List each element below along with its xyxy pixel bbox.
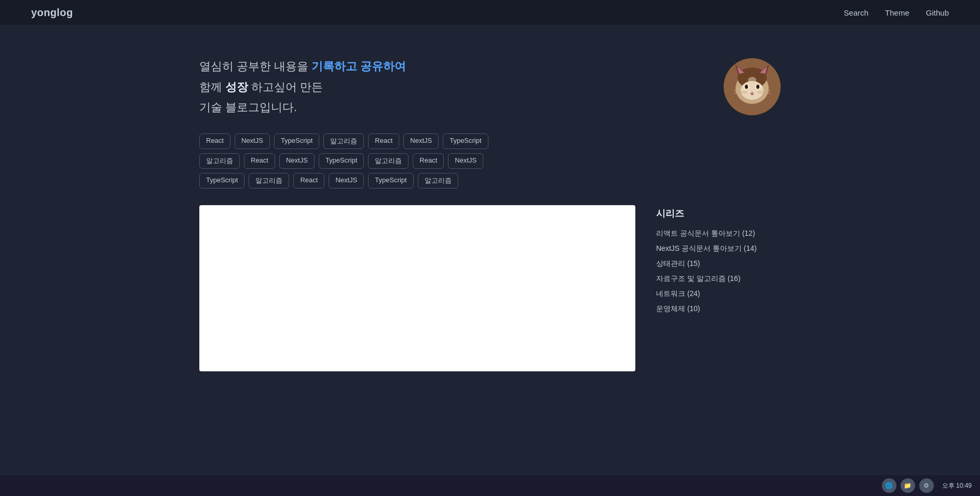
post-card (199, 205, 635, 371)
hero-section: 열심히 공부한 내용을 기록하고 공유하여 함께 성장 하고싶어 만든 기술 블… (0, 25, 980, 133)
tags-container: React NextJS TypeScript 알고리즘 React NextJ… (199, 133, 511, 189)
taskbar-icon-1[interactable]: 🌐 (882, 478, 896, 493)
hero-text: 열심히 공부한 내용을 기록하고 공유하여 함께 성장 하고싶어 만든 기술 블… (199, 56, 406, 118)
tag-nextjs-4[interactable]: NextJS (448, 153, 483, 169)
nav: Search Theme Github (844, 8, 949, 17)
svg-point-17 (748, 77, 756, 83)
taskbar-icon-3[interactable]: ⚙ (919, 478, 934, 493)
posts-area (199, 205, 635, 371)
series-item-2[interactable]: NextJS 공식문서 톺아보기 (14) (656, 243, 781, 254)
series-item-1[interactable]: 리액트 공식문서 톺아보기 (12) (656, 228, 781, 239)
series-item-3[interactable]: 상태관리 (15) (656, 258, 781, 269)
tag-react-5[interactable]: React (293, 173, 324, 189)
svg-point-10 (745, 85, 748, 89)
hero-text-highlight1: 기록하고 공유하여 (311, 60, 406, 73)
svg-point-11 (756, 85, 759, 89)
sidebar: 시리즈 리액트 공식문서 톺아보기 (12) NextJS 공식문서 톺아보기 … (656, 205, 781, 371)
series-item-4[interactable]: 자료구조 및 알고리즘 (16) (656, 273, 781, 284)
taskbar-time: 오후 10:49 (942, 481, 972, 490)
series-item-6[interactable]: 운영체제 (10) (656, 303, 781, 314)
hero-line2: 함께 성장 하고싶어 만든 (199, 77, 406, 98)
tag-typescript-5[interactable]: TypeScript (368, 173, 413, 189)
tag-typescript-3[interactable]: TypeScript (319, 153, 364, 169)
series-item-5[interactable]: 네트워크 (24) (656, 288, 781, 299)
taskbar-icons: 🌐 📁 ⚙ (882, 478, 934, 493)
tag-react-2[interactable]: React (368, 133, 399, 149)
tag-react-3[interactable]: React (244, 153, 275, 169)
sidebar-title: 시리즈 (656, 207, 781, 220)
tag-algo-2[interactable]: 알고리즘 (199, 153, 240, 169)
tag-typescript-2[interactable]: TypeScript (443, 133, 488, 149)
tag-algo-1[interactable]: 알고리즘 (323, 133, 364, 149)
tag-react-4[interactable]: React (413, 153, 444, 169)
taskbar-icon-2[interactable]: 📁 (901, 478, 915, 493)
header: yonglog Search Theme Github (0, 0, 980, 25)
hero-text-normal2: 함께 (199, 81, 225, 93)
nav-search[interactable]: Search (844, 8, 869, 17)
hero-text-normal1: 열심히 공부한 내용을 (199, 60, 311, 73)
avatar-image (724, 58, 781, 115)
tag-typescript-1[interactable]: TypeScript (274, 133, 319, 149)
hero-line1: 열심히 공부한 내용을 기록하고 공유하여 (199, 56, 406, 77)
tag-algo-5[interactable]: 알고리즘 (418, 173, 458, 189)
tag-nextjs-2[interactable]: NextJS (403, 133, 439, 149)
hero-text-bold: 성장 (225, 81, 248, 93)
tag-nextjs-1[interactable]: NextJS (235, 133, 270, 149)
tag-nextjs-5[interactable]: NextJS (329, 173, 364, 189)
svg-point-3 (741, 81, 764, 100)
tag-nextjs-3[interactable]: NextJS (279, 153, 315, 169)
hero-line3: 기술 블로그입니다. (199, 97, 406, 118)
taskbar: 🌐 📁 ⚙ 오후 10:49 (0, 475, 980, 496)
hero-text-normal3: 하고싶어 만든 (248, 81, 323, 93)
series-list: 리액트 공식문서 톺아보기 (12) NextJS 공식문서 톺아보기 (14)… (656, 228, 781, 314)
avatar (724, 58, 781, 115)
tag-typescript-4[interactable]: TypeScript (199, 173, 244, 189)
tags-section: React NextJS TypeScript 알고리즘 React NextJ… (0, 133, 980, 205)
nav-theme[interactable]: Theme (885, 8, 909, 17)
nav-github[interactable]: Github (926, 8, 949, 17)
logo[interactable]: yonglog (31, 7, 73, 19)
hero-text-line3: 기술 블로그입니다. (199, 101, 297, 114)
main-content: 시리즈 리액트 공식문서 톺아보기 (12) NextJS 공식문서 톺아보기 … (0, 205, 980, 371)
tag-react-1[interactable]: React (199, 133, 230, 149)
tag-algo-4[interactable]: 알고리즘 (249, 173, 289, 189)
tag-algo-3[interactable]: 알고리즘 (368, 153, 409, 169)
